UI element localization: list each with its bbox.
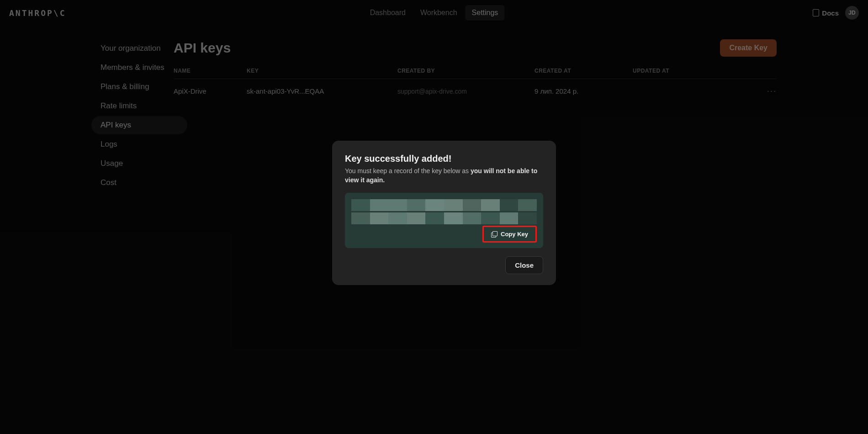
copy-key-button[interactable]: Copy Key [482,226,537,243]
modal-sub-prefix: You must keep a record of the key below … [345,167,471,175]
blurred-key-row [351,199,537,211]
copy-icon [491,231,497,237]
close-button[interactable]: Close [505,256,543,274]
key-added-modal: Key successfully added! You must keep a … [332,141,556,285]
copy-wrap: Copy Key [351,226,537,243]
api-key-box: Copy Key [345,193,543,248]
modal-title: Key successfully added! [345,153,543,164]
blurred-key-row [351,212,537,224]
modal-footer: Close [345,256,543,274]
copy-key-label: Copy Key [501,231,528,238]
modal-subtitle: You must keep a record of the key below … [345,167,543,185]
